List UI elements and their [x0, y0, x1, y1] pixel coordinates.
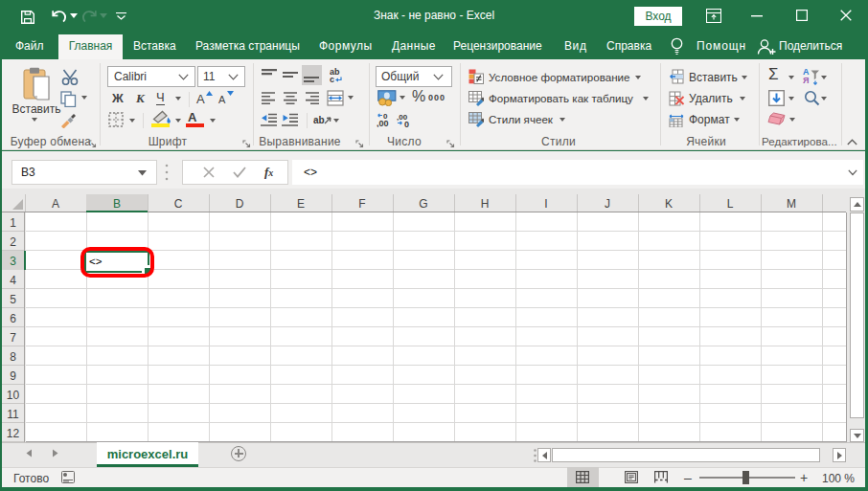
svg-text:c: c: [330, 75, 334, 84]
svg-text:0: 0: [404, 120, 409, 128]
svg-text:0: 0: [383, 112, 388, 121]
svg-text:ab: ab: [313, 115, 325, 125]
svg-text:Я: Я: [803, 76, 809, 85]
